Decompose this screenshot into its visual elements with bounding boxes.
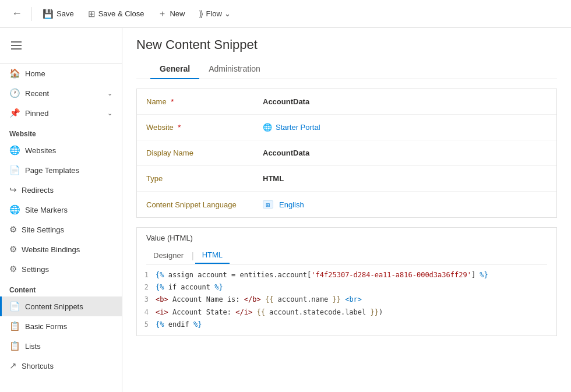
sidebar-item-page-templates-label: Page Templates	[25, 166, 112, 175]
line-code-3: <b> Account Name is: </b> {{ account.nam…	[156, 294, 362, 305]
form-content: Name * AccountData Website * 🌐 Starter P…	[122, 79, 571, 227]
sidebar-item-settings-label: Settings	[22, 265, 112, 274]
home-icon: 🏠	[9, 68, 20, 79]
sidebar-top	[0, 28, 122, 63]
websites-icon: 🌐	[9, 145, 20, 156]
sidebar-item-redirects-label: Redirects	[22, 186, 112, 195]
sidebar-item-site-markers-label: Site Markers	[25, 206, 112, 214]
name-label: Name *	[146, 97, 263, 106]
website-value[interactable]: 🌐 Starter Portal	[263, 123, 547, 132]
hamburger-button[interactable]	[5, 35, 28, 56]
save-button[interactable]: 💾 Save	[37, 6, 80, 22]
content-snippet-language-label: Content Snippet Language	[146, 200, 263, 209]
new-button[interactable]: ＋ New	[152, 5, 191, 22]
sidebar-item-content-snippets-label: Content Snippets	[25, 302, 112, 311]
toolbar-divider-1	[31, 7, 32, 21]
content-section-header: Content	[0, 279, 122, 296]
code-line-5: 5 {% endif %}	[137, 319, 556, 331]
name-required: *	[169, 97, 174, 106]
page-templates-icon: 📄	[9, 165, 20, 175]
code-line-3: 3 <b> Account Name is: </b> {{ account.n…	[137, 294, 556, 306]
form-row-content-snippet-language: Content Snippet Language ⊞ English	[137, 192, 556, 217]
sidebar-item-content-snippets[interactable]: 📄 Content Snippets	[0, 296, 122, 316]
save-close-icon: ⊞	[88, 9, 96, 19]
website-label: Website *	[146, 123, 263, 132]
sidebar-item-page-templates[interactable]: 📄 Page Templates	[0, 160, 122, 180]
pinned-chevron-icon: ⌄	[107, 110, 112, 117]
sidebar-item-website-bindings[interactable]: ⚙ Website Bindings	[0, 239, 122, 259]
value-tabs: Designer | HTML	[146, 247, 547, 264]
redirects-icon: ↪	[9, 185, 17, 195]
lang-icon: ⊞	[263, 200, 273, 209]
line-num-4: 4	[137, 307, 156, 318]
tab-administration[interactable]: Administration	[199, 59, 270, 79]
lists-icon: 📋	[9, 341, 20, 351]
line-code-5: {% endif %}	[156, 319, 202, 330]
form-row-type: Type HTML	[137, 166, 556, 192]
value-tab-html[interactable]: HTML	[195, 247, 230, 264]
settings-icon: ⚙	[9, 264, 17, 274]
site-markers-icon: 🌐	[9, 204, 20, 215]
sidebar-item-basic-forms[interactable]: 📋 Basic Forms	[0, 316, 122, 336]
line-code-1: {% assign account = entities.account['f4…	[156, 270, 488, 281]
line-num-1: 1	[137, 270, 156, 281]
code-line-2: 2 {% if account %}	[137, 281, 556, 294]
hamburger-icon	[11, 41, 22, 50]
sidebar-item-site-settings-label: Site Settings	[22, 225, 112, 234]
code-line-1: 1 {% assign account = entities.account['…	[137, 269, 556, 281]
sidebar-item-lists[interactable]: 📋 Lists	[0, 336, 122, 356]
new-icon: ＋	[158, 8, 167, 19]
value-tab-divider: |	[191, 251, 195, 260]
line-num-3: 3	[137, 294, 156, 305]
flow-button[interactable]: ⟫ Flow ⌄	[193, 6, 236, 22]
type-label: Type	[146, 174, 263, 183]
flow-icon: ⟫	[199, 9, 203, 19]
sidebar-item-site-markers[interactable]: 🌐 Site Markers	[0, 200, 122, 220]
form-section: Name * AccountData Website * 🌐 Starter P…	[136, 89, 557, 218]
website-bindings-icon: ⚙	[9, 244, 17, 255]
line-code-2: {% if account %}	[156, 282, 223, 293]
line-num-5: 5	[137, 319, 156, 330]
sidebar-item-recent[interactable]: 🕐 Recent ⌄	[0, 83, 122, 103]
back-button[interactable]: ←	[7, 5, 27, 23]
flow-chevron-icon: ⌄	[224, 9, 231, 18]
save-icon: 💾	[43, 9, 54, 19]
globe-icon: 🌐	[263, 123, 272, 132]
code-area: 1 {% assign account = entities.account['…	[137, 264, 556, 336]
content-area: New Content Snippet General Administrati…	[122, 28, 571, 392]
line-code-4: <i> Account State: </i> {{ account.state…	[156, 307, 383, 318]
sidebar: 🏠 Home 🕐 Recent ⌄ 📌 Pinned ⌄ Website 🌐 W…	[0, 28, 122, 392]
sidebar-item-websites[interactable]: 🌐 Websites	[0, 140, 122, 160]
content-snippets-icon: 📄	[9, 301, 20, 312]
sidebar-item-lists-label: Lists	[25, 342, 112, 351]
basic-forms-icon: 📋	[9, 321, 20, 331]
display-name-label: Display Name	[146, 149, 263, 157]
form-row-name: Name * AccountData	[137, 89, 556, 115]
sidebar-item-pinned[interactable]: 📌 Pinned ⌄	[0, 103, 122, 123]
save-close-button[interactable]: ⊞ Save & Close	[82, 6, 150, 22]
display-name-value: AccountData	[263, 149, 547, 157]
sidebar-item-basic-forms-label: Basic Forms	[25, 322, 112, 331]
tab-general[interactable]: General	[150, 59, 199, 79]
sidebar-item-redirects[interactable]: ↪ Redirects	[0, 180, 122, 200]
value-header: Value (HTML) Designer | HTML	[137, 228, 556, 264]
site-settings-icon: ⚙	[9, 224, 17, 235]
flow-label: Flow	[206, 9, 221, 18]
page-title: New Content Snippet	[136, 37, 557, 52]
new-label: New	[170, 9, 185, 18]
value-title: Value (HTML)	[146, 234, 547, 242]
back-icon: ←	[12, 8, 22, 19]
sidebar-item-settings[interactable]: ⚙ Settings	[0, 259, 122, 279]
type-value: HTML	[263, 174, 547, 183]
page-header: New Content Snippet General Administrati…	[122, 28, 571, 79]
website-required: *	[176, 123, 181, 132]
value-tab-designer[interactable]: Designer	[146, 248, 191, 263]
sidebar-item-home[interactable]: 🏠 Home	[0, 63, 122, 83]
sidebar-item-shortcuts[interactable]: ↗ Shortcuts	[0, 356, 122, 376]
recent-icon: 🕐	[9, 88, 20, 98]
sidebar-item-recent-label: Recent	[25, 89, 103, 98]
code-line-4: 4 <i> Account State: </i> {{ account.sta…	[137, 306, 556, 319]
sidebar-item-site-settings[interactable]: ⚙ Site Settings	[0, 220, 122, 239]
content-snippet-language-value[interactable]: ⊞ English	[263, 200, 547, 209]
sidebar-item-websites-label: Websites	[25, 146, 112, 155]
